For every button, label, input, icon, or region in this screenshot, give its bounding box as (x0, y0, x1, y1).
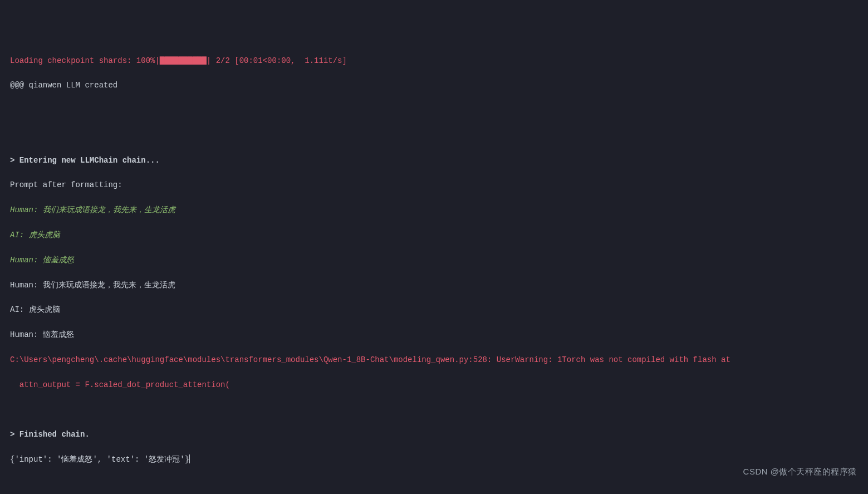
chain1-result: {'input': '恼羞成怒', 'text': '怒发冲冠'} (10, 455, 189, 464)
blank (10, 404, 858, 416)
progress-label: Loading checkpoint shards: 100%| (10, 56, 160, 65)
chain1-enter: > Entering new LLMChain chain... (10, 154, 858, 167)
progress-stats: | 2/2 [00:01<00:00, 1.11it/s] (207, 56, 347, 65)
chain1-fmt-human1: Human: 我们来玩成语接龙，我先来，生龙活虎 (10, 204, 858, 216)
chain1-result-wrapper: {'input': '恼羞成怒', 'text': '怒发冲冠'} (10, 453, 858, 466)
blank (10, 129, 858, 141)
chain1-fmt-ai: AI: 虎头虎脑 (10, 229, 858, 241)
created-line: @@@ qianwen LLM created (10, 79, 858, 91)
chain1-warning-line1: C:\Users\pengcheng\.cache\huggingface\mo… (10, 354, 858, 366)
chain1-warning-line2: attn_output = F.scaled_dot_product_atten… (10, 379, 858, 391)
chain1-fmt-human2: Human: 恼羞成怒 (10, 254, 858, 266)
blank (10, 478, 858, 491)
blank (10, 104, 858, 116)
chain1-prompt-after: Prompt after formatting: (10, 179, 858, 191)
chain1-ai: AI: 虎头虎脑 (10, 304, 858, 316)
text-cursor (189, 454, 190, 463)
progress-bar: ██████████ (160, 57, 207, 65)
chain1-human1: Human: 我们来玩成语接龙，我先来，生龙活虎 (10, 279, 858, 291)
chain1-finished: > Finished chain. (10, 428, 858, 441)
chain1-human2: Human: 恼羞成怒 (10, 329, 858, 341)
watermark: CSDN @做个天秤座的程序猿 (743, 465, 857, 478)
